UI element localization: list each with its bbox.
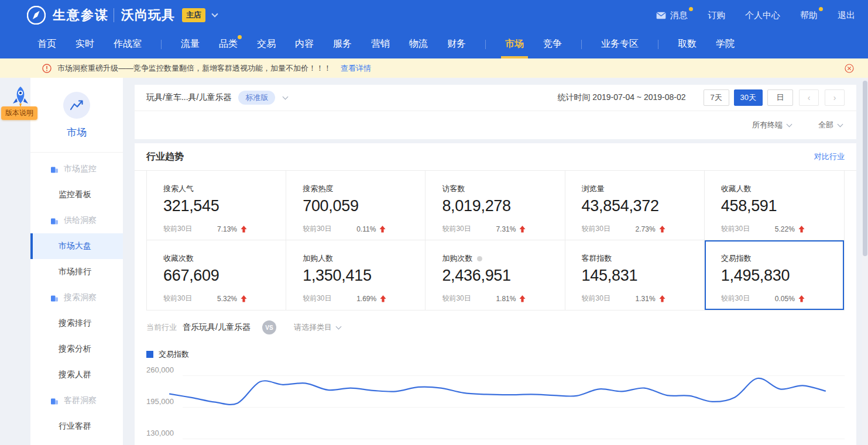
folder-icon xyxy=(50,217,59,225)
nav-warroom[interactable]: 作战室 xyxy=(114,30,142,58)
metric-card-cart-count[interactable]: 加购次数 2,436,951 较前30日1.81% xyxy=(426,240,565,310)
nav-traffic[interactable]: 流量 xyxy=(181,30,200,58)
nav-logistics[interactable]: 物流 xyxy=(409,30,428,58)
metric-compare-label: 较前30日 xyxy=(582,224,636,234)
sidebar-section-audience-insight: 客群洞察 xyxy=(30,388,123,413)
nav-marketing[interactable]: 营销 xyxy=(371,30,390,58)
page-scrollbar xyxy=(862,78,868,445)
sidebar-item-market-overview[interactable]: 市场大盘 xyxy=(30,233,123,259)
chevron-down-icon xyxy=(787,121,792,127)
sidebar-item-label: 搜索人群 xyxy=(59,370,91,380)
metric-card-favorites-count[interactable]: 收藏次数 667,609 较前30日5.32% xyxy=(147,240,286,310)
nav-divider xyxy=(161,40,162,49)
range-day-button[interactable]: 日 xyxy=(767,89,793,106)
sidebar: 市场 市场监控 监控看板 供给洞察 市场大盘 市场排行 搜索洞察 搜索排行 搜索… xyxy=(30,78,123,445)
category-select[interactable]: 请选择类目 xyxy=(294,322,341,333)
nav-divider xyxy=(485,40,486,49)
nav-finance[interactable]: 财务 xyxy=(447,30,466,58)
metric-change: 1.81% xyxy=(496,295,516,303)
personal-center-link[interactable]: 个人中心 xyxy=(745,10,780,21)
nav-service[interactable]: 服务 xyxy=(333,30,352,58)
up-arrow-icon xyxy=(519,226,526,233)
nav-category[interactable]: 品类 xyxy=(219,30,238,58)
metric-card-trade-index[interactable]: 交易指数 1,495,830 较前30日0.05% xyxy=(705,240,844,310)
main-nav: 首页 实时 作战室 流量 品类 交易 内容 服务 营销 物流 财务 市场 竞争 … xyxy=(0,30,868,58)
version-badge[interactable]: 标准版 xyxy=(238,91,275,105)
category-breadcrumb[interactable]: 玩具/童车...具/儿童乐器 xyxy=(146,92,231,103)
sidebar-section-label: 供给洞察 xyxy=(64,215,97,226)
metric-value: 43,854,372 xyxy=(582,197,704,215)
metric-compare-label: 较前30日 xyxy=(442,294,496,303)
section-header: 行业趋势 对比行业 xyxy=(135,143,856,170)
compare-industry-link[interactable]: 对比行业 xyxy=(814,151,845,162)
sidebar-item-search-audience[interactable]: 搜索人群 xyxy=(30,362,123,388)
sidebar-item-monitor-board[interactable]: 监控看板 xyxy=(30,182,123,208)
notice-close-icon[interactable] xyxy=(845,64,854,73)
metric-card-audience-index[interactable]: 客群指数 145,831 较前30日1.31% xyxy=(565,240,705,310)
metric-value: 8,019,278 xyxy=(442,197,564,215)
nav-category-dot xyxy=(238,35,242,39)
sidebar-item-search-analysis[interactable]: 搜索分析 xyxy=(30,336,123,362)
metric-value: 321,545 xyxy=(163,197,286,215)
metric-grid: 搜索人气 321,545 较前30日7.13% 搜索热度 700,059 较前3… xyxy=(146,171,845,311)
scrollbar-thumb[interactable] xyxy=(863,81,867,256)
metric-label: 浏览量 xyxy=(582,184,605,194)
info-dot-icon[interactable] xyxy=(477,256,482,261)
range-30d-button[interactable]: 30天 xyxy=(734,89,763,106)
nav-realtime[interactable]: 实时 xyxy=(76,30,94,58)
version-note-tag[interactable]: 版本说明 xyxy=(1,106,37,120)
nav-divider xyxy=(581,40,582,49)
nav-content[interactable]: 内容 xyxy=(295,30,314,58)
sidebar-item-industry-audience[interactable]: 行业客群 xyxy=(30,413,123,439)
metric-card-search-popularity[interactable]: 搜索人气 321,545 较前30日7.13% xyxy=(147,171,286,240)
metric-card-search-heat[interactable]: 搜索热度 700,059 较前30日0.11% xyxy=(286,171,426,240)
sidebar-module-head: 市场 xyxy=(30,78,123,139)
sidebar-item-audience-perspective[interactable]: 客群透视 xyxy=(30,439,123,445)
main-content: 玩具/童车...具/儿童乐器 标准版 统计时间 2019-07-04 ~ 201… xyxy=(135,78,856,445)
sidebar-section-search-insight: 搜索洞察 xyxy=(30,285,123,311)
scope-dropdown[interactable]: 全部 xyxy=(818,120,842,130)
nav-academy[interactable]: 学院 xyxy=(716,30,735,58)
industry-trend-card: 行业趋势 对比行业 搜索人气 321,545 较前30日7.13% 搜索热度 7… xyxy=(135,143,856,445)
nav-trade[interactable]: 交易 xyxy=(257,30,276,58)
messages-link[interactable]: 消息 xyxy=(656,10,688,21)
metric-change: 2.73% xyxy=(636,225,656,233)
up-arrow-icon xyxy=(379,226,386,233)
store-chevron-down-icon[interactable] xyxy=(211,11,218,17)
filter-row-bottom: 所有终端 全部 xyxy=(135,111,856,139)
up-arrow-icon xyxy=(241,226,247,233)
filter-row-top: 玩具/童车...具/儿童乐器 标准版 统计时间 2019-07-04 ~ 201… xyxy=(135,85,856,111)
nav-data-fetch[interactable]: 取数 xyxy=(678,30,697,58)
notice-detail-link[interactable]: 查看详情 xyxy=(341,63,371,74)
nav-business-zone[interactable]: 业务专区 xyxy=(601,30,639,58)
brand-name: 生意参谋 xyxy=(53,6,109,24)
chart-legend[interactable]: 交易指数 xyxy=(146,349,845,360)
metric-label: 交易指数 xyxy=(721,253,752,264)
metric-card-visitors[interactable]: 访客数 8,019,278 较前30日7.31% xyxy=(426,171,565,240)
personal-center-label: 个人中心 xyxy=(745,10,780,21)
subscribe-link[interactable]: 订购 xyxy=(708,10,725,21)
terminal-dropdown[interactable]: 所有终端 xyxy=(752,120,791,130)
metric-card-favorites-users[interactable]: 收藏人数 458,591 较前30日5.22% xyxy=(705,171,844,240)
nav-home[interactable]: 首页 xyxy=(37,30,56,58)
nav-competition[interactable]: 竞争 xyxy=(543,30,562,58)
prev-period-button[interactable]: ‹ xyxy=(799,89,819,106)
logo[interactable]: 生意参谋 沃尚玩具 主店 xyxy=(27,6,217,25)
sidebar-item-label: 行业客群 xyxy=(59,421,91,432)
next-period-button[interactable]: › xyxy=(825,89,845,106)
sidebar-section-market-monitor: 市场监控 xyxy=(30,156,123,182)
sidebar-item-search-ranking[interactable]: 搜索排行 xyxy=(30,311,123,336)
metric-value: 145,831 xyxy=(582,267,704,285)
metric-card-cart-users[interactable]: 加购人数 1,350,415 较前30日1.69% xyxy=(286,240,426,310)
metric-card-pageviews[interactable]: 浏览量 43,854,372 较前30日2.73% xyxy=(565,171,705,240)
nav-market[interactable]: 市场 xyxy=(505,30,524,58)
trend-line-svg[interactable] xyxy=(146,363,845,445)
logout-link[interactable]: 退出 xyxy=(838,10,855,21)
sidebar-item-market-ranking[interactable]: 市场排行 xyxy=(30,259,123,285)
industry-compare-row: 当前行业 音乐玩具/儿童乐器 VS 请选择类目 xyxy=(146,320,845,335)
metric-change: 7.13% xyxy=(217,225,237,233)
nav-divider xyxy=(658,40,658,49)
range-7d-button[interactable]: 7天 xyxy=(704,89,729,106)
help-link[interactable]: 帮助 xyxy=(800,10,818,21)
category-chevron-down-icon[interactable] xyxy=(283,94,289,100)
